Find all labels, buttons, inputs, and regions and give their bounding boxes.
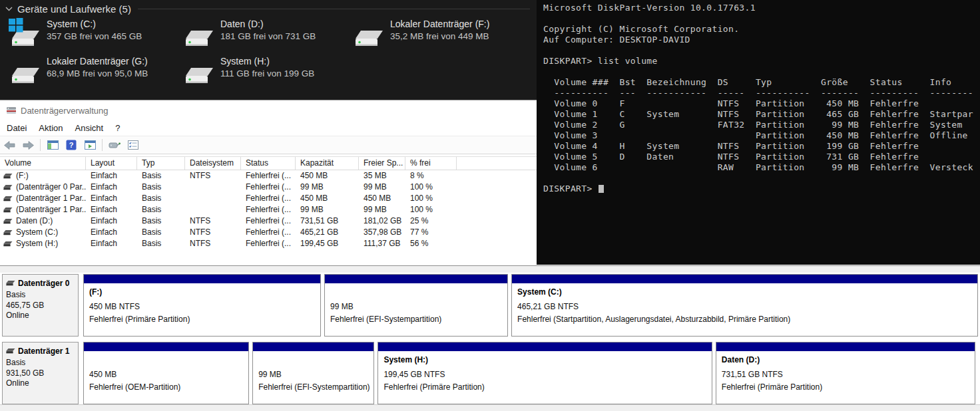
disk-0-partitions: (F:) 450 MB NTFS Fehlerfrei (Primäre Par… [83,274,980,337]
partition-oem[interactable]: 450 MB Fehlerfrei (OEM-Partition) [83,342,249,404]
volume-kapazitaet: 450 MB [296,193,359,204]
terminal-output[interactable]: Microsoft DiskPart-Version 10.0.17763.1 … [537,0,980,194]
disk-status: Online [6,378,78,389]
volume-status: Fehlerfrei (... [241,238,296,249]
volume-cell: System (H:) [0,238,86,249]
disk-icon [6,348,15,354]
column-header-typ[interactable]: Typ [137,157,185,170]
column-header-prozent-frei[interactable]: % frei [405,157,457,170]
diskpart-terminal-window[interactable]: Microsoft DiskPart-Version 10.0.17763.1 … [537,0,980,265]
drive-free-text: 35,2 MB frei von 449 MB [390,31,489,41]
partition-efi-disk0[interactable]: 99 MB Fehlerfrei (EFI-Systempartition) [324,274,508,337]
volume-dateisystem: NTFS [185,227,241,238]
drive-name: System (H:) [220,56,270,67]
volume-name: (Datenträger 1 Par... [16,204,86,215]
volume-status: Fehlerfrei (... [241,227,296,238]
partition-label: System (H:) [383,356,711,368]
partition-efi-disk1[interactable]: 99 MB Fehlerfrei (EFI-Systempartition) [252,342,374,404]
partition-status: Fehlerfrei (Primäre Partition) [722,381,975,394]
partition-c[interactable]: System (C:) 465,21 GB NTFS Fehlerfrei (S… [511,274,977,337]
toolbar-separator [102,139,103,151]
back-button[interactable] [1,138,18,152]
drive-icon [183,55,216,91]
volume-typ: Basis [137,182,185,193]
drive-tile-d[interactable]: Daten (D:) 181 GB frei von 731 GB [183,18,351,54]
disk-1-row: Datenträger 1 Basis 931,50 GB Online 450… [0,342,980,406]
disk-1-partitions: 450 MB Fehlerfrei (OEM-Partition) 99 MB … [83,342,980,404]
volume-drive-icon [3,229,13,236]
terminal-cursor [599,185,604,193]
window-bottom-strip [0,404,980,411]
forward-button[interactable] [19,138,37,152]
disk-tools-button[interactable] [106,138,123,152]
volume-cell: (Datenträger 1 Par... [0,204,86,215]
column-header-dateisystem[interactable]: Dateisystem [185,157,241,170]
menu-aktion[interactable]: Aktion [33,122,69,134]
drive-tile-c[interactable]: System (C:) 357 GB frei von 465 GB [9,18,177,54]
column-header-kapazitaet[interactable]: Kapazität [296,157,359,170]
chevron-down-icon[interactable] [4,5,13,14]
volume-freier-speicher: 357,98 GB [359,227,405,238]
disk-icon [6,280,15,287]
show-action-pane-button[interactable] [81,138,99,152]
menu-ansicht[interactable]: Ansicht [69,122,110,134]
volume-status: Fehlerfrei (... [241,193,296,204]
volume-prozent-frei: 8 % [405,170,457,182]
volume-typ: Basis [137,193,185,204]
volume-status: Fehlerfrei (... [241,204,296,215]
partition-f[interactable]: (F:) 450 MB NTFS Fehlerfrei (Primäre Par… [83,274,321,337]
help-button[interactable]: ? [63,138,80,152]
drive-name: Lokaler Datenträger (F:) [390,19,489,29]
drive-icon [9,55,43,91]
volume-kapazitaet: 99 MB [296,182,359,193]
partition-color-band [716,342,975,351]
disk-0-label-box[interactable]: Datenträger 0 Basis 465,75 GB Online [2,274,79,337]
drive-tile-h[interactable]: System (H:) 111 GB frei von 199 GB [183,55,351,91]
menu-help[interactable]: ? [109,122,126,134]
disk-0-row: Datenträger 0 Basis 465,75 GB Online (F:… [0,274,980,338]
partition-status: Fehlerfrei (Startpartition, Auslagerungs… [517,313,977,326]
volume-layout: Einfach [86,227,137,238]
column-header-layout[interactable]: Layout [86,157,137,170]
partition-h[interactable]: System (H:) 199,45 GB NTFS Fehlerfrei (P… [377,342,712,404]
volume-freier-speicher: 111,37 GB [359,238,405,249]
volume-cell: System (C:) [0,227,86,238]
volume-name: System (H:) [16,238,58,249]
partition-color-band [84,342,248,351]
volume-cell: (Datenträger 0 Par... [0,182,86,193]
partition-status: Fehlerfrei (EFI-Systempartition) [330,313,507,326]
partition-color-band [512,275,977,283]
volume-typ: Basis [137,170,185,182]
column-header-status[interactable]: Status [241,157,296,170]
window-title: Datenträgerverwaltung [21,106,109,116]
volume-name: Daten (D:) [16,215,53,227]
volume-prozent-frei: 56 % [405,238,457,249]
volume-drive-icon [3,218,13,225]
drive-tile-f[interactable]: Lokaler Datenträger (F:) 35,2 MB frei vo… [353,18,527,54]
partition-size: 731,51 GB NTFS [722,368,975,381]
column-header-volume[interactable]: Volume [0,157,86,170]
column-header-freier-speicher[interactable]: Freier Sp... [359,157,405,170]
volume-drive-icon [3,196,13,202]
partition-status: Fehlerfrei (OEM-Partition) [89,381,248,394]
volume-freier-speicher: 450 MB [359,193,405,204]
partition-size: 99 MB [258,368,373,381]
disk-status: Online [6,311,78,321]
disk-type: Basis [6,290,78,301]
volume-drive-icon [3,173,13,180]
partition-label [258,356,373,368]
partition-label [89,356,248,368]
show-console-tree-button[interactable] [44,138,61,152]
volume-kapazitaet: 99 MB [296,204,359,215]
menu-datei[interactable]: Datei [1,122,33,134]
properties-checklist-button[interactable] [124,138,142,152]
partition-d[interactable]: Daten (D:) 731,51 GB NTFS Fehlerfrei (Pr… [716,342,976,404]
disk-1-label-box[interactable]: Datenträger 1 Basis 931,50 GB Online [2,342,79,404]
volume-freier-speicher: 181,02 GB [359,215,405,227]
drive-name: Lokaler Datenträger (G:) [47,56,148,67]
drive-tile-g[interactable]: Lokaler Datenträger (G:) 68,9 MB frei vo… [9,55,177,91]
drive-name: Daten (D:) [220,19,264,29]
volume-status: Fehlerfrei (... [241,182,296,193]
partition-status: Fehlerfrei (Primäre Partition) [89,313,320,326]
explorer-devices-panel: Geräte und Laufwerke (5) System (C:) 357… [0,0,537,100]
